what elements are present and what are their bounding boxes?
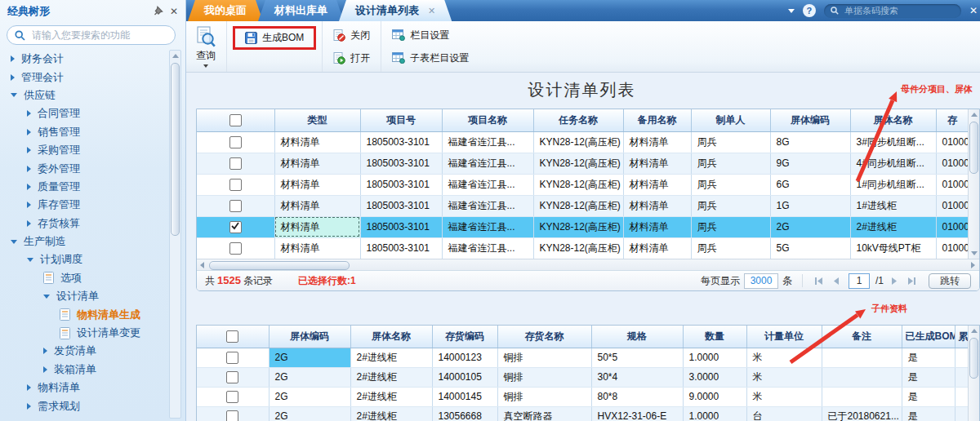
cell[interactable]: 福建省连江县...	[442, 195, 533, 216]
page-input[interactable]: 1	[849, 273, 870, 289]
table-row[interactable]: 2G2#进线柜14000123铜排50*51.0000米是	[197, 348, 969, 367]
tab-material-outbound[interactable]: 材料出库单	[258, 0, 344, 21]
sidebar-item-供应链[interactable]: 供应链	[0, 86, 167, 104]
cell[interactable]: 2#进线柜	[350, 367, 432, 387]
cell[interactable]: 2G	[269, 348, 350, 367]
sidebar-search-input[interactable]	[30, 29, 167, 42]
column-header[interactable]: 屏体编码	[770, 109, 850, 131]
column-header[interactable]: 存	[936, 109, 969, 131]
cell[interactable]: KYN28-12(高压柜)	[533, 174, 623, 195]
sidebar-item-管理会计[interactable]: 管理会计	[0, 68, 167, 86]
cell[interactable]: 铜排	[497, 348, 591, 367]
cell[interactable]: 3#同步机组断...	[850, 131, 936, 153]
open-doc-button[interactable]: 打开	[328, 50, 375, 67]
sidebar-item-委外管理[interactable]: 委外管理	[0, 159, 167, 177]
cell[interactable]: 3.0000	[683, 367, 746, 387]
row-checkbox[interactable]	[226, 352, 238, 364]
table-row[interactable]: 2G2#进线柜13056668真空断路器HVX12-31-06-E1.0000台…	[197, 406, 969, 421]
sidebar-item-物料清单[interactable]: 物料清单	[0, 379, 167, 397]
sidebar-item-销售管理[interactable]: 销售管理	[0, 123, 167, 141]
cell[interactable]	[822, 348, 902, 367]
cell[interactable]: 14000105	[432, 367, 497, 387]
cell[interactable]: 9.0000	[683, 387, 746, 406]
cell[interactable]: 材料清单	[623, 153, 691, 174]
row-checkbox[interactable]	[226, 391, 238, 403]
master-vertical-scrollbar[interactable]	[968, 109, 979, 259]
column-header[interactable]: 规格	[591, 326, 683, 348]
chevron-down-icon[interactable]	[788, 9, 795, 13]
cell[interactable]: 2G	[269, 387, 350, 406]
first-page-icon[interactable]	[813, 277, 826, 285]
cell[interactable]: KYN28-12(高压柜)	[533, 131, 623, 153]
select-all-checkbox[interactable]	[229, 114, 242, 126]
sidebar-item-质量管理[interactable]: 质量管理	[0, 178, 167, 196]
row-checkbox[interactable]	[226, 410, 238, 421]
cell[interactable]: 铜排	[497, 367, 591, 387]
cell[interactable]: 2G	[269, 406, 350, 421]
cell[interactable]: 材料清单	[274, 153, 360, 174]
cell[interactable]: 14000123	[432, 348, 497, 367]
cell[interactable]: 2G	[269, 367, 350, 387]
scroll-up-icon[interactable]	[969, 326, 979, 336]
sidebar-item-生产制造[interactable]: 生产制造	[0, 233, 167, 250]
row-checkbox[interactable]	[229, 179, 242, 191]
sidebar-close-icon[interactable]: ✕	[170, 6, 178, 17]
cell[interactable]	[955, 387, 969, 406]
next-page-icon[interactable]	[888, 277, 901, 285]
tab-close-icon[interactable]: ✕	[428, 6, 435, 16]
sidebar-search[interactable]	[7, 25, 176, 45]
cell[interactable]: 周兵	[691, 174, 770, 195]
prev-page-icon[interactable]	[830, 277, 843, 285]
table-row[interactable]: 材料清单1805003-3101福建省连江县...KYN28-12(高压柜)材料…	[197, 237, 969, 259]
column-header[interactable]: 任务名称	[533, 109, 623, 131]
tab-my-desktop[interactable]: 我的桌面	[188, 0, 263, 21]
column-header[interactable]: 已生成BOM	[902, 326, 955, 348]
pin-icon[interactable]	[154, 6, 163, 18]
cell[interactable]: 1805003-3101	[360, 216, 442, 237]
cell[interactable]: 010008	[936, 174, 969, 195]
cell[interactable]: 福建省连江县...	[442, 131, 533, 153]
sidebar-item-需求规划[interactable]: 需求规划	[0, 397, 167, 414]
cell[interactable]: 30*4	[591, 367, 683, 387]
cell[interactable]: 8G	[770, 131, 850, 153]
cell[interactable]: 14000145	[432, 387, 497, 406]
table-row[interactable]: 材料清单1805003-3101福建省连江县...KYN28-12(高压柜)材料…	[197, 153, 969, 174]
table-row[interactable]: 材料清单1805003-3101福建省连江县...KYN28-12(高压柜)材料…	[197, 174, 969, 195]
sidebar-item-设计清单变更[interactable]: 设计清单变更	[0, 324, 167, 342]
column-header[interactable]: 屏体名称	[850, 109, 936, 131]
cell[interactable]: KYN28-12(高压柜)	[533, 237, 623, 259]
cell[interactable]: 2#进线柜	[350, 348, 432, 367]
master-horizontal-scrollbar[interactable]	[197, 259, 979, 271]
cell[interactable]: 010008	[936, 195, 969, 216]
cell[interactable]: 1805003-3101	[360, 153, 442, 174]
cell[interactable]: 6G	[770, 174, 850, 195]
cell[interactable]: 2#进线柜	[350, 387, 432, 406]
cell[interactable]: 材料清单	[274, 195, 360, 216]
sidebar-item-装箱清单[interactable]: 装箱清单	[0, 361, 167, 379]
column-header[interactable]: 屏体名称	[350, 326, 432, 348]
column-header[interactable]: 备注	[822, 326, 902, 348]
column-header[interactable]: 备用名称	[623, 109, 691, 131]
cell[interactable]: 010008	[936, 216, 969, 237]
select-all-checkbox[interactable]	[226, 330, 238, 343]
cell[interactable]: 已于20180621...	[822, 406, 902, 421]
scroll-left-icon[interactable]	[197, 259, 207, 271]
cell[interactable]: 材料清单	[623, 216, 691, 237]
cell[interactable]: 周兵	[691, 131, 770, 153]
generate-bom-button[interactable]: 生成BOM	[240, 29, 309, 47]
cell[interactable]	[955, 348, 969, 367]
cell[interactable]: KYN28-12(高压柜)	[533, 153, 623, 174]
row-checkbox[interactable]	[229, 136, 242, 148]
sidebar-item-合同管理[interactable]: 合同管理	[0, 104, 167, 122]
cell[interactable]: 是	[902, 348, 955, 367]
scrollbar-thumb[interactable]	[969, 122, 978, 174]
column-header[interactable]: 项目名称	[442, 109, 533, 131]
cell[interactable]: 是	[902, 406, 955, 421]
column-header[interactable]: 类型	[274, 109, 360, 131]
scroll-down-icon[interactable]	[969, 248, 979, 259]
cell[interactable]: 周兵	[691, 153, 770, 174]
row-checkbox[interactable]	[226, 371, 238, 383]
cell[interactable]: 材料清单	[623, 195, 691, 216]
cell[interactable]: 真空断路器	[497, 406, 591, 421]
column-header[interactable]: 屏体编码	[269, 326, 350, 348]
